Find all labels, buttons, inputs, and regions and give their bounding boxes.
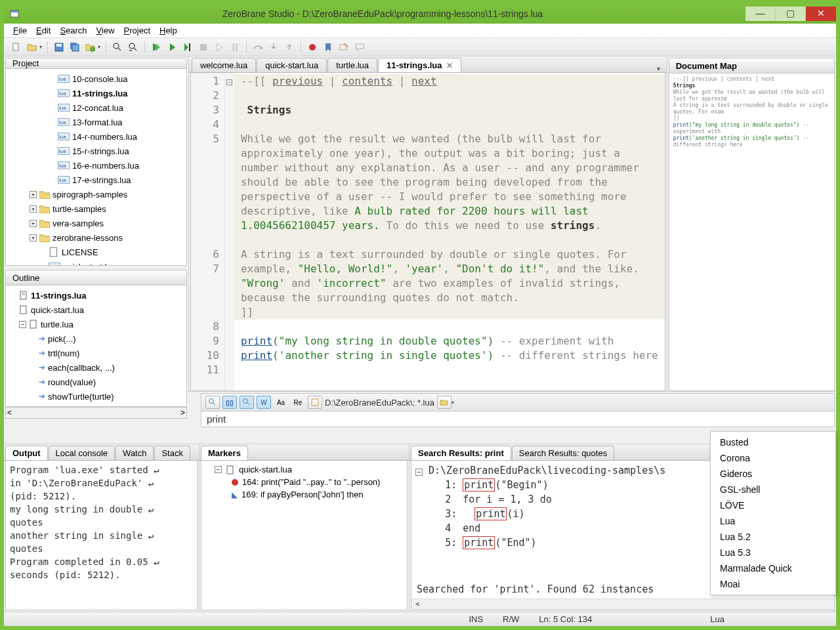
- svg-point-16: [309, 44, 316, 51]
- regex-icon[interactable]: Re: [291, 396, 305, 409]
- run-to-cursor-icon[interactable]: [182, 41, 194, 53]
- search-input[interactable]: [201, 411, 835, 427]
- match-case-icon[interactable]: Aa: [274, 396, 288, 409]
- function-icon: ➔: [39, 392, 45, 401]
- menu-project[interactable]: Project: [120, 26, 154, 35]
- scope-selection-icon[interactable]: ▯▯: [222, 396, 237, 409]
- popup-item[interactable]: Lua: [711, 513, 835, 529]
- code-editor[interactable]: 12345 67891011 − --[[ previous | content…: [190, 73, 665, 391]
- tab-overflow-icon[interactable]: ▾: [657, 65, 664, 72]
- maximize-button[interactable]: ▢: [776, 7, 806, 21]
- search-toolbar: ▯▯ W Aa Re D:\ZeroBraneEduPack\; *.lua ▾: [201, 393, 835, 411]
- editor-tabs: welcome.lua quick-start.lua turtle.lua 1…: [189, 56, 667, 73]
- status-lang[interactable]: Lua: [710, 614, 724, 624]
- new-file-icon[interactable]: [10, 41, 22, 53]
- tab-watch[interactable]: Watch: [116, 446, 154, 460]
- break-icon[interactable]: [229, 41, 241, 53]
- svg-rect-15: [236, 43, 238, 51]
- breakpoint-toggle-icon[interactable]: [306, 41, 318, 53]
- menu-edit[interactable]: Edit: [32, 26, 54, 35]
- tab-search-results-quotes[interactable]: Search Results: quotes: [512, 446, 614, 460]
- lua-file-icon: lua: [58, 75, 70, 83]
- comment-icon[interactable]: [354, 41, 366, 53]
- open-file-icon[interactable]: [26, 41, 38, 53]
- tab-11-strings[interactable]: 11-strings.lua✕: [378, 58, 461, 72]
- wrap-icon[interactable]: W: [257, 396, 271, 409]
- outline-tree[interactable]: 11-strings.lua quick-start.lua −turtle.l…: [5, 285, 187, 407]
- lua-file-icon: lua: [58, 147, 70, 155]
- svg-rect-29: [227, 466, 233, 474]
- minimize-button[interactable]: —: [746, 7, 776, 21]
- expand-icon[interactable]: +: [30, 191, 37, 198]
- svg-rect-23: [30, 320, 36, 328]
- project-scope-icon[interactable]: [308, 396, 322, 409]
- lua-file-icon: lua: [58, 133, 70, 140]
- function-icon: ➔: [39, 348, 45, 358]
- output-panel[interactable]: Program 'lua.exe' started ↵ in 'D:\ZeroB…: [5, 461, 198, 610]
- tab-stack[interactable]: Stack: [154, 446, 190, 460]
- tab-output[interactable]: Output: [5, 446, 48, 460]
- step-out-icon[interactable]: [284, 41, 295, 53]
- popup-item[interactable]: Gideros: [711, 466, 835, 482]
- expand-icon[interactable]: +: [30, 220, 37, 227]
- tab-turtle[interactable]: turtle.lua: [327, 58, 377, 72]
- outline-panel-header[interactable]: Outline: [5, 270, 187, 285]
- menu-file[interactable]: File: [9, 26, 31, 35]
- popup-item[interactable]: Busted: [711, 434, 835, 450]
- save-icon[interactable]: [53, 41, 65, 53]
- project-tree[interactable]: lua10-console.lua lua11-strings.lua lua1…: [5, 69, 187, 266]
- project-panel-header[interactable]: Project: [5, 58, 187, 69]
- popup-item[interactable]: Corona: [711, 450, 835, 466]
- tab-welcome[interactable]: welcome.lua: [192, 58, 256, 72]
- browse-folder-icon[interactable]: [437, 396, 452, 409]
- search-path: D:\ZeroBraneEduPack\; *.lua: [325, 398, 434, 408]
- breakpoint-icon: [232, 479, 238, 486]
- statusbar: INS R/W Ln: 5 Col: 134 Lua: [4, 612, 836, 626]
- expand-icon[interactable]: +: [30, 205, 37, 213]
- close-tab-icon[interactable]: ✕: [446, 61, 453, 70]
- replace-icon[interactable]: [127, 41, 139, 53]
- popup-item[interactable]: Lua 5.2: [711, 529, 835, 545]
- search-mode-icon[interactable]: [205, 396, 220, 409]
- markers-panel[interactable]: −quick-start.lua 164: print("Paid "..pay…: [201, 461, 408, 610]
- lua-file-icon: lua: [58, 176, 70, 184]
- document-map[interactable]: ·--[[ previous | contents | next Strings…: [669, 74, 835, 391]
- svg-line-11: [134, 48, 136, 51]
- docmap-header[interactable]: Document Map: [669, 58, 835, 74]
- save-all-icon[interactable]: [69, 41, 81, 53]
- svg-point-7: [90, 47, 95, 52]
- menu-help[interactable]: Help: [156, 26, 181, 35]
- pause-icon[interactable]: [213, 41, 225, 53]
- scope-file-icon[interactable]: [240, 396, 254, 409]
- popup-item[interactable]: Lua 5.3: [711, 545, 835, 560]
- tab-markers[interactable]: Markers: [201, 446, 248, 460]
- expand-icon[interactable]: +: [30, 234, 37, 242]
- svg-rect-4: [56, 44, 62, 47]
- popup-item[interactable]: Marmalade Quick: [711, 560, 835, 576]
- fold-column[interactable]: −: [225, 73, 234, 390]
- popup-item[interactable]: Moai: [711, 576, 835, 592]
- collapse-icon[interactable]: −: [19, 321, 26, 328]
- clear-output-icon[interactable]: [338, 41, 350, 53]
- tab-search-results-print[interactable]: Search Results: print: [411, 446, 511, 460]
- svg-rect-18: [50, 247, 56, 257]
- close-button[interactable]: ✕: [806, 7, 836, 21]
- find-icon[interactable]: [112, 41, 123, 53]
- menu-view[interactable]: View: [93, 26, 119, 35]
- debug-icon[interactable]: [166, 41, 178, 53]
- tab-local-console[interactable]: Local console: [49, 446, 116, 460]
- stop-icon[interactable]: [198, 41, 209, 53]
- step-over-icon[interactable]: [252, 41, 264, 53]
- project-dir-icon[interactable]: [85, 41, 96, 53]
- results-scrollbar[interactable]: <: [411, 598, 834, 610]
- popup-item[interactable]: LÖVE: [711, 497, 835, 513]
- app-icon: [9, 9, 20, 19]
- step-into-icon[interactable]: [268, 41, 280, 53]
- collapse-icon[interactable]: −: [215, 466, 222, 473]
- menu-search[interactable]: Search: [56, 26, 91, 35]
- run-icon[interactable]: [150, 41, 162, 53]
- popup-item[interactable]: GSL-shell: [711, 482, 835, 497]
- document-icon: [19, 291, 28, 300]
- tab-quick-start[interactable]: quick-start.lua: [257, 58, 327, 72]
- bookmark-toggle-icon[interactable]: [322, 41, 334, 53]
